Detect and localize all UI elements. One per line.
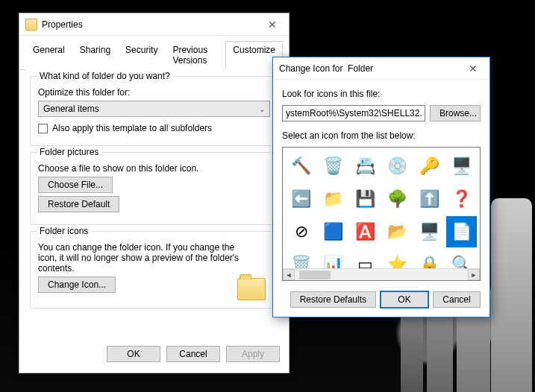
icon-option[interactable]: ❓ <box>446 183 477 215</box>
scroll-track[interactable] <box>295 269 468 280</box>
icon-option[interactable]: 🔨 <box>286 151 316 182</box>
icon-option[interactable]: 📂 <box>382 216 413 247</box>
folder-icon <box>25 19 37 31</box>
group-title-kind: What kind of folder do you want? <box>37 71 173 81</box>
cancel-button[interactable]: Cancel <box>166 346 220 362</box>
customize-panel: What kind of folder do you want? Optimiz… <box>19 70 289 338</box>
scroll-right-icon[interactable]: ► <box>468 269 480 280</box>
properties-title: Properties <box>42 19 255 30</box>
scroll-thumb[interactable] <box>299 271 331 279</box>
close-icon[interactable]: ✕ <box>456 57 489 80</box>
optimize-select[interactable]: General items ⌄ <box>38 101 270 117</box>
tab-general[interactable]: General <box>25 41 72 70</box>
change-icon-button[interactable]: Change Icon... <box>38 276 116 293</box>
icon-option[interactable]: 💿 <box>382 151 413 182</box>
optimize-select-value: General items <box>43 104 99 114</box>
folder-preview-icon <box>237 278 266 300</box>
icon-option[interactable]: 🔑 <box>414 151 445 182</box>
properties-tabs: General Sharing Security Previous Versio… <box>19 36 289 70</box>
change-icon-buttons: Restore Defaults OK Cancel <box>273 284 489 317</box>
change-icon-titlebar[interactable]: Change Icon for Folder ✕ <box>273 57 489 80</box>
icon-option[interactable]: 🗑️ <box>318 151 348 182</box>
group-title-icons: Folder icons <box>37 226 91 236</box>
properties-buttons: OK Cancel Apply <box>19 338 289 373</box>
group-folder-kind: What kind of folder do you want? Optimiz… <box>30 76 278 146</box>
group-folder-pictures: Folder pictures Choose a file to show on… <box>30 152 278 225</box>
ok-button[interactable]: OK <box>107 346 160 362</box>
icon-option[interactable]: 🖥️ <box>446 151 477 182</box>
tab-security[interactable]: Security <box>118 41 165 70</box>
scroll-left-icon[interactable]: ◄ <box>283 269 295 280</box>
icon-option[interactable]: 💾 <box>350 183 381 215</box>
select-label: Select an icon from the list below: <box>282 130 481 141</box>
change-icon-dialog: Change Icon for Folder ✕ Look for icons … <box>272 57 490 317</box>
horizontal-scrollbar[interactable]: ◄ ► <box>283 268 480 280</box>
chevron-down-icon: ⌄ <box>259 105 265 113</box>
tab-sharing[interactable]: Sharing <box>72 41 118 70</box>
group-title-pictures: Folder pictures <box>37 147 101 157</box>
cancel-button[interactable]: Cancel <box>433 291 481 308</box>
icon-option[interactable]: 🟦 <box>318 216 348 247</box>
apply-subfolders-label: Also apply this template to all subfolde… <box>52 123 212 133</box>
checkbox-icon <box>38 124 48 133</box>
apply-subfolders-checkbox[interactable]: Also apply this template to all subfolde… <box>38 123 212 133</box>
pictures-desc: Choose a file to show on this folder ico… <box>38 163 270 174</box>
look-label: Look for icons in this file: <box>282 89 481 99</box>
apply-button[interactable]: Apply <box>226 346 280 362</box>
ok-button[interactable]: OK <box>381 291 428 308</box>
icon-option[interactable]: 📁 <box>318 183 348 215</box>
icon-option[interactable]: ⊘ <box>286 216 316 247</box>
close-icon[interactable]: ✕ <box>255 13 289 36</box>
restore-defaults-button[interactable]: Restore Defaults <box>290 291 376 308</box>
icon-path-input[interactable] <box>282 105 425 121</box>
properties-titlebar[interactable]: Properties ✕ <box>19 13 289 36</box>
properties-window: Properties ✕ General Sharing Security Pr… <box>19 13 290 373</box>
icon-option[interactable]: ⬅️ <box>286 183 316 215</box>
optimize-label: Optimize this folder for: <box>38 87 270 98</box>
choose-file-button[interactable]: Choose File... <box>38 177 113 193</box>
change-icon-title: Change Icon for Folder <box>279 63 456 74</box>
group-folder-icons: Folder icons You can change the folder i… <box>30 231 278 309</box>
restore-default-button[interactable]: Restore Default <box>38 196 119 212</box>
icon-option[interactable]: 📇 <box>350 151 381 182</box>
tab-previous-versions[interactable]: Previous Versions <box>165 41 225 70</box>
icon-option[interactable]: 🅰️ <box>350 216 381 247</box>
icon-option[interactable]: 📄 <box>446 216 477 247</box>
icon-option[interactable]: ⬆️ <box>414 183 445 215</box>
browse-button[interactable]: Browse... <box>430 105 481 121</box>
icon-option[interactable]: 🌳 <box>382 183 413 215</box>
icons-desc: You can change the folder icon. If you c… <box>38 242 247 274</box>
icon-list: 🔨🗑️📇💿🔑🖥️⬅️📁💾🌳⬆️❓⊘🟦🅰️📂🖥️📄🗑️📊▭⭐🔒🔍 ◄ ► <box>282 147 481 281</box>
icon-option[interactable]: 🖥️ <box>414 216 445 247</box>
